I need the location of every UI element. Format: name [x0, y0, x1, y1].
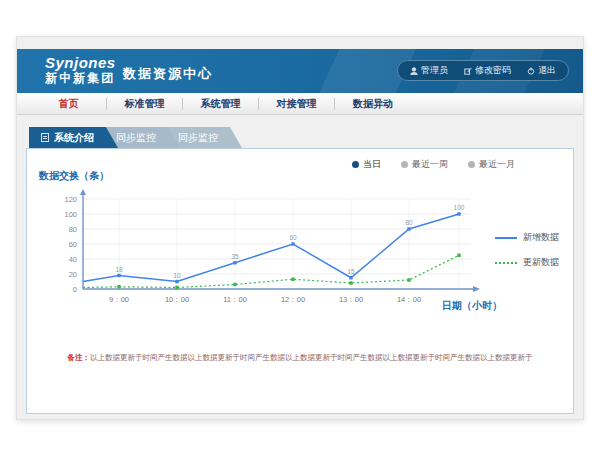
svg-text:60: 60 — [69, 240, 77, 249]
svg-text:100: 100 — [454, 204, 465, 211]
solid-line-swatch — [495, 237, 517, 239]
user-account-button[interactable]: 管理员 — [410, 64, 448, 77]
tab-bar: 系统介绍 同步监控 同步监控 — [29, 127, 228, 148]
radio-dot-icon — [468, 161, 475, 168]
chart-x-axis-title: 日期（小时） — [442, 299, 502, 313]
dotted-line-swatch — [495, 262, 517, 264]
svg-text:10: 10 — [173, 272, 181, 279]
radio-label: 当日 — [363, 158, 381, 171]
svg-text:10：00: 10：00 — [165, 295, 189, 304]
tab-system-intro[interactable]: 系统介绍 — [29, 127, 118, 148]
svg-text:11：00: 11：00 — [223, 295, 247, 304]
main-nav: 首页 标准管理 系统管理 对接管理 数据异动 — [17, 93, 583, 115]
logout-button[interactable]: 退出 — [527, 64, 556, 77]
nav-item-data-change[interactable]: 数据异动 — [335, 98, 411, 110]
svg-text:13：00: 13：00 — [339, 295, 363, 304]
power-icon — [527, 67, 535, 75]
change-password-button[interactable]: 修改密码 — [464, 64, 511, 77]
app-header: Synjones 新中新集团 数据资源中心 管理员 修改密码 退出 — [17, 49, 583, 93]
svg-text:60: 60 — [289, 234, 297, 241]
svg-text:100: 100 — [64, 210, 77, 219]
chart-legend: 新增数据 更新数据 — [495, 231, 559, 269]
radio-label: 最近一周 — [412, 158, 448, 171]
svg-text:20: 20 — [69, 270, 77, 279]
change-password-label: 修改密码 — [475, 64, 511, 77]
radio-last-week[interactable]: 最近一周 — [401, 158, 448, 171]
svg-text:40: 40 — [69, 255, 77, 264]
footnote-text: 以上数据更新于时间产生数据以上数据更新于时间产生数据以上数据更新于时间产生数据以… — [90, 353, 533, 362]
svg-text:35: 35 — [231, 253, 239, 260]
radio-last-month[interactable]: 最近一月 — [468, 158, 515, 171]
nav-item-system-mgmt[interactable]: 系统管理 — [183, 98, 259, 110]
svg-text:80: 80 — [405, 219, 413, 226]
footnote: 备注：以上数据更新于时间产生数据以上数据更新于时间产生数据以上数据更新于时间产生… — [27, 353, 573, 363]
user-name-label: 管理员 — [421, 64, 448, 77]
nav-item-home[interactable]: 首页 — [31, 98, 107, 110]
document-icon — [41, 133, 49, 142]
legend-label: 更新数据 — [523, 256, 559, 269]
date-range-radio-group: 当日 最近一周 最近一月 — [352, 158, 515, 171]
logout-label: 退出 — [538, 64, 556, 77]
svg-text:18: 18 — [115, 266, 123, 273]
tab-label: 系统介绍 — [54, 132, 94, 143]
svg-text:120: 120 — [64, 195, 77, 204]
svg-text:15: 15 — [347, 268, 355, 275]
content-panel: 当日 最近一周 最近一月 数据交换（条） 0204060801001209：00… — [26, 148, 574, 414]
svg-text:80: 80 — [69, 225, 77, 234]
user-icon — [410, 67, 418, 75]
tab-label: 同步监控 — [178, 132, 218, 143]
svg-text:12：00: 12：00 — [281, 295, 305, 304]
radio-dot-icon — [401, 161, 408, 168]
logo-brand-text: Synjones — [45, 54, 116, 71]
svg-text:0: 0 — [73, 285, 77, 294]
footnote-label: 备注： — [68, 353, 91, 362]
logo-company-text: 新中新集团 — [45, 71, 116, 86]
legend-item-updated-data[interactable]: 更新数据 — [495, 256, 559, 269]
legend-label: 新增数据 — [523, 231, 559, 244]
tab-label: 同步监控 — [116, 132, 156, 143]
app-window: Synjones 新中新集团 数据资源中心 管理员 修改密码 退出 首页 标准管… — [16, 36, 584, 420]
nav-item-integration-mgmt[interactable]: 对接管理 — [259, 98, 335, 110]
company-logo: Synjones 新中新集团 — [45, 54, 116, 86]
svg-text:14：00: 14：00 — [397, 295, 421, 304]
line-chart: 0204060801001209：0010：0011：0012：0013：001… — [33, 189, 503, 314]
page-title: 数据资源中心 — [123, 65, 213, 83]
radio-dot-icon — [352, 161, 359, 168]
radio-today[interactable]: 当日 — [352, 158, 381, 171]
nav-item-standard-mgmt[interactable]: 标准管理 — [107, 98, 183, 110]
svg-text:9：00: 9：00 — [109, 295, 129, 304]
radio-label: 最近一月 — [479, 158, 515, 171]
chart-y-axis-title: 数据交换（条） — [39, 169, 109, 183]
legend-item-new-data[interactable]: 新增数据 — [495, 231, 559, 244]
edit-icon — [464, 67, 472, 75]
user-toolbar: 管理员 修改密码 退出 — [397, 60, 569, 81]
